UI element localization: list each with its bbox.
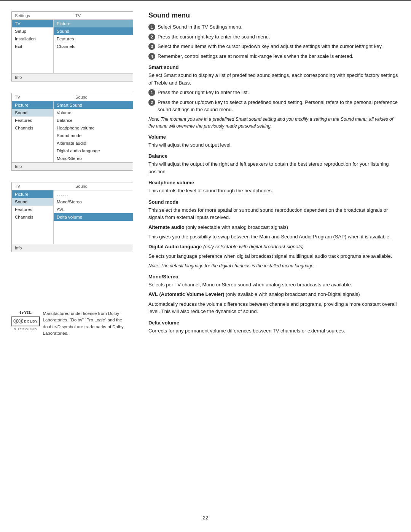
panel2-right-item-7[interactable]: Mono/Stereo <box>54 155 133 162</box>
alternate-audio-title-line: Alternate audio (only selectable with an… <box>148 224 400 231</box>
dolby-logo-box: ⒽⒽ DOLBY <box>11 316 40 326</box>
avl-body: Automatically reduces the volume differe… <box>148 300 400 315</box>
delta-volume-body: Corrects for any permanent volume differ… <box>148 327 400 335</box>
intro-step-2-text: Press the cursor right key to enter the … <box>158 33 270 41</box>
smart-sound-note: Note: The moment you are in a predefined… <box>148 116 400 129</box>
footer-area: 𝅧𝕀𝕣𝕐𝕀𝕃 ⒽⒽ DOLBY SURROUND Manufactured un… <box>11 303 133 337</box>
volume-body: This will adjust the sound output level. <box>148 141 400 149</box>
panel3-info: Info <box>12 244 133 252</box>
panel1-right-spacer <box>54 50 133 73</box>
panel2-left-item-2[interactable]: Features <box>12 117 53 124</box>
panel2-left-item-3[interactable]: Channels <box>12 124 53 132</box>
smart-sound-step-1: 1 Press the cursor right key to enter th… <box>148 89 400 96</box>
mono-stereo-title: Mono/Stereo <box>148 274 400 280</box>
panel2-right-item-2[interactable]: Balance <box>54 117 133 124</box>
smart-sound-step-num-2: 2 <box>148 99 155 106</box>
smart-sound-step-1-text: Press the cursor right key to enter the … <box>158 89 249 96</box>
panel3-right-menu-wrapper: ...... Mono/Stereo AVL Delta volume <box>54 190 133 244</box>
alternate-audio-title: Alternate audio <box>148 224 185 230</box>
panel3-right-item-1[interactable]: Mono/Stereo <box>54 198 133 206</box>
panel1-right-item-2[interactable]: Features <box>54 35 133 43</box>
step-number-3: 3 <box>148 43 155 50</box>
panel2-right-menu-wrapper: Smart Sound Volume Balance Headphone vol… <box>54 101 133 162</box>
smart-sound-body: Select Smart sound to display a list of … <box>148 72 400 86</box>
sound-mode-body: This select the modes for more spatial o… <box>148 206 400 221</box>
intro-step-1-text: Select Sound in the TV Settings menu. <box>158 23 242 31</box>
panel1-left-item-2[interactable]: Installation <box>12 35 53 43</box>
smart-sound-step-2-text: Press the cursor up/down key to select a… <box>158 99 400 113</box>
panel3-right-spacer <box>54 221 133 244</box>
panel1-left-item-3[interactable]: Exit <box>12 43 53 50</box>
left-column: Settings TV TV Setup Installation Exit P… <box>11 11 133 337</box>
intro-step-3: 3 Select the menu items with the cursor … <box>148 43 400 50</box>
headphone-volume-body: This controls the level of sound through… <box>148 187 400 195</box>
panel2-left-menu: Picture Sound Features Channels <box>12 101 54 162</box>
balance-body: This will adjust the output of the right… <box>148 160 400 175</box>
panel2-right-item-3[interactable]: Headphone volume <box>54 124 133 132</box>
alternate-audio-body: This gives you the possibility to swap b… <box>148 233 400 241</box>
panel2-info: Info <box>12 162 133 170</box>
volume-title: Volume <box>148 134 400 140</box>
panel3-right-menu: ...... Mono/Stereo AVL Delta volume <box>54 190 133 244</box>
panel2-left-item-1[interactable]: Sound <box>12 109 53 117</box>
avl-title-line: AVL (Automatic Volume Leveler) (only ava… <box>148 291 400 298</box>
balance-title: Balance <box>148 153 400 159</box>
panel3-right-item-3[interactable]: Delta volume <box>54 213 133 221</box>
digital-audio-body: Selects your language preference when di… <box>148 252 400 260</box>
menu-panel-2: TV Sound Picture Sound Features Channels… <box>11 93 133 171</box>
panel3-left-item-1[interactable]: Sound <box>12 198 53 206</box>
menu-panel-3: TV Sound Picture Sound Features Channels… <box>11 182 133 252</box>
footer-logos: 𝅧𝕀𝕣𝕐𝕀𝕃 ⒽⒽ DOLBY SURROUND <box>11 310 40 331</box>
delta-volume-title: Delta volume <box>148 320 400 326</box>
step-number-2: 2 <box>148 34 155 40</box>
page-title: Sound menu <box>148 11 400 19</box>
right-column: Sound menu 1 Select Sound in the TV Sett… <box>145 11 400 337</box>
dolby-double-d-icon: ⒽⒽ <box>13 318 23 325</box>
panel2-header-left: TV <box>12 93 72 101</box>
top-border <box>0 0 411 1</box>
smart-sound-step-2: 2 Press the cursor up/down key to select… <box>148 99 400 113</box>
panel3-left-item-0[interactable]: Picture <box>12 190 53 198</box>
panel1-left-menu: TV Setup Installation Exit <box>12 20 54 73</box>
page-number: 22 <box>0 511 411 524</box>
intro-step-1: 1 Select Sound in the TV Settings menu. <box>148 23 400 31</box>
panel1-right-menu: Picture Sound Features Channels <box>54 20 133 73</box>
sound-mode-title: Sound mode <box>148 199 400 205</box>
intro-step-4-text: Remember, control settings are at normal… <box>158 53 353 60</box>
panel2-right-menu: Smart Sound Volume Balance Headphone vol… <box>54 101 133 162</box>
panel1-right-item-0[interactable]: Picture <box>54 20 133 27</box>
digital-audio-title: Digital Audio language <box>148 244 202 249</box>
panel3-left-item-3[interactable]: Channels <box>12 213 53 221</box>
dolby-label: DOLBY <box>24 320 38 323</box>
footer-text: Manufactured under license from Dolby La… <box>43 310 134 337</box>
panel3-left-item-2[interactable]: Features <box>12 206 53 213</box>
panel3-right-item-2[interactable]: AVL <box>54 206 133 213</box>
panel2-header-right: Sound <box>72 93 133 101</box>
panel3-header-left: TV <box>12 182 72 190</box>
panel2-left-item-0[interactable]: Picture <box>12 101 53 109</box>
panel1-left-item-1[interactable]: Setup <box>12 27 53 35</box>
panel1-header-left: Settings <box>12 12 72 19</box>
panel3-header-right: Sound <box>72 182 133 190</box>
panel1-info: Info <box>12 73 133 81</box>
panel1-right-item-3[interactable]: Channels <box>54 43 133 50</box>
panel3-left-menu: Picture Sound Features Channels <box>12 190 54 244</box>
headphone-volume-title: Headphone volume <box>148 180 400 185</box>
step-number-1: 1 <box>148 24 155 30</box>
surround-label: SURROUND <box>14 328 37 331</box>
panel3-right-item-0: ...... <box>54 190 133 198</box>
digital-audio-title-line: Digital Audio language (only selectable … <box>148 243 400 251</box>
panel2-right-item-4[interactable]: Sound mode <box>54 132 133 139</box>
intro-step-2: 2 Press the cursor right key to enter th… <box>148 33 400 41</box>
panel2-right-item-1[interactable]: Volume <box>54 109 133 117</box>
panel1-left-item-0[interactable]: TV <box>12 20 53 27</box>
digital-audio-title-suffix: (only selectable with digital broadcast … <box>203 244 304 249</box>
panel1-header-right: TV <box>72 12 133 19</box>
smart-sound-step-num-1: 1 <box>148 89 155 96</box>
intro-step-4: 4 Remember, control settings are at norm… <box>148 53 400 60</box>
panel2-right-item-6[interactable]: Digital audio language <box>54 147 133 155</box>
panel1-right-item-1[interactable]: Sound <box>54 27 133 35</box>
intro-steps: 1 Select Sound in the TV Settings menu. … <box>148 23 400 60</box>
panel2-right-item-0[interactable]: Smart Sound <box>54 101 133 109</box>
panel2-right-item-5[interactable]: Alternate audio <box>54 139 133 147</box>
